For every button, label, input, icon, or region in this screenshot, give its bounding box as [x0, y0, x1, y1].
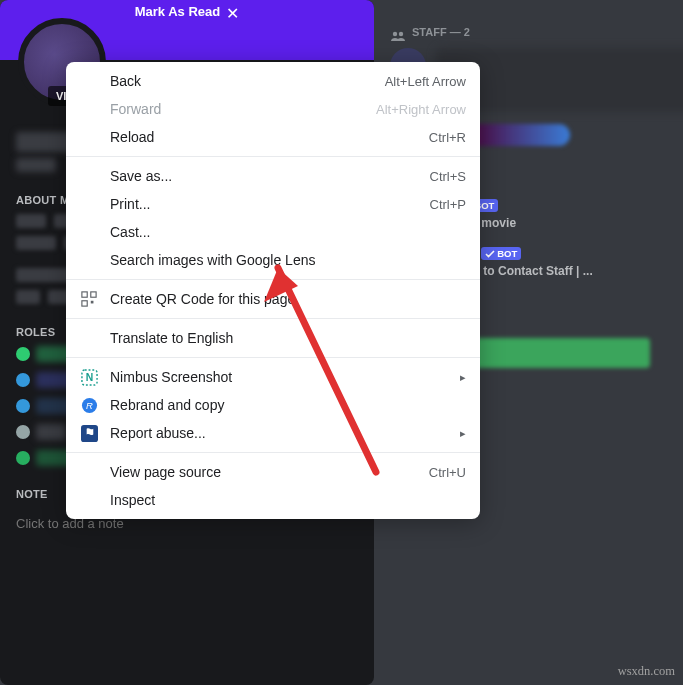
ctx-report-abuse[interactable]: Report abuse... [66, 419, 480, 447]
ctx-translate[interactable]: Translate to English [66, 324, 480, 352]
ctx-cast[interactable]: Cast... [66, 218, 480, 246]
svg-point-0 [393, 32, 397, 36]
report-icon [80, 424, 98, 442]
ctx-reload[interactable]: ReloadCtrl+R [66, 123, 480, 151]
rebrand-icon: R [80, 396, 98, 414]
ctx-qr-code[interactable]: Create QR Code for this page [66, 285, 480, 313]
svg-rect-4 [82, 292, 87, 297]
discriminator [16, 158, 56, 172]
ctx-nimbus[interactable]: NNimbus Screenshot [66, 363, 480, 391]
bot-badge: BOT [481, 247, 521, 260]
svg-rect-5 [91, 292, 96, 297]
qr-icon [80, 290, 98, 308]
watermark: wsxdn.com [618, 664, 675, 679]
svg-text:R: R [86, 400, 93, 411]
ctx-forward: ForwardAlt+Right Arrow [66, 95, 480, 123]
ctx-save-as[interactable]: Save as...Ctrl+S [66, 162, 480, 190]
mark-read-label: Mark As Read [135, 4, 221, 19]
ctx-inspect[interactable]: Inspect [66, 486, 480, 514]
ctx-view-source[interactable]: View page sourceCtrl+U [66, 458, 480, 486]
svg-text:N: N [85, 372, 93, 383]
ctx-google-lens[interactable]: Search images with Google Lens [66, 246, 480, 274]
close-icon[interactable]: ✕ [226, 4, 239, 23]
svg-rect-6 [82, 301, 87, 306]
people-icon [390, 27, 406, 37]
svg-point-1 [399, 32, 403, 36]
context-menu: BackAlt+Left Arrow ForwardAlt+Right Arro… [66, 62, 480, 519]
ctx-print[interactable]: Print...Ctrl+P [66, 190, 480, 218]
svg-rect-7 [91, 301, 94, 304]
nimbus-icon: N [80, 368, 98, 386]
ctx-rebrand[interactable]: RRebrand and copy [66, 391, 480, 419]
ctx-back[interactable]: BackAlt+Left Arrow [66, 67, 480, 95]
group-header-staff: STAFF — 2 [390, 26, 683, 38]
